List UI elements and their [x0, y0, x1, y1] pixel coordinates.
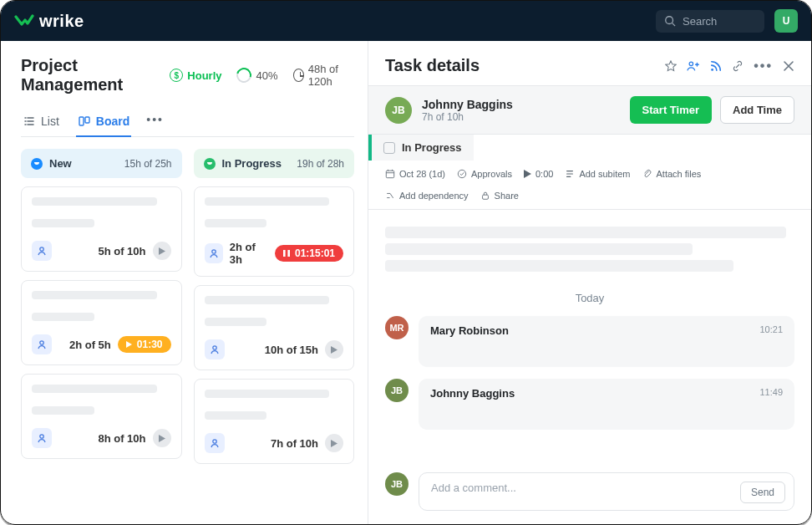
- dollar-icon: $: [170, 69, 183, 82]
- assignee-icon[interactable]: [32, 241, 52, 261]
- task-card[interactable]: 10h of 15h: [194, 285, 355, 370]
- status-chip[interactable]: In Progress: [368, 135, 474, 161]
- people-icon[interactable]: [687, 60, 700, 72]
- commenter-avatar[interactable]: JB: [385, 379, 409, 402]
- list-icon: [23, 115, 36, 128]
- progress-percent[interactable]: 40%: [236, 68, 277, 83]
- svg-rect-12: [287, 250, 290, 257]
- task-details-title: Task details: [385, 56, 480, 75]
- paperclip-icon: [642, 169, 652, 179]
- assignee-icon[interactable]: [32, 334, 52, 354]
- more-icon[interactable]: •••: [754, 59, 773, 74]
- close-icon[interactable]: [783, 60, 794, 72]
- check-circle-icon: [457, 169, 467, 179]
- skeleton-line: [205, 219, 267, 227]
- add-time-button[interactable]: Add Time: [720, 96, 794, 124]
- meta-duration[interactable]: 0:00: [524, 169, 553, 179]
- comment-time: 11:49: [759, 387, 783, 397]
- link-icon[interactable]: [732, 60, 743, 72]
- start-timer-icon[interactable]: [325, 434, 343, 452]
- commenter-name: Mary Robinson: [430, 324, 783, 337]
- svg-rect-2: [79, 117, 84, 125]
- column-header-new[interactable]: New 15h of 25h: [21, 149, 182, 178]
- checkbox-icon[interactable]: [383, 142, 395, 154]
- skeleton-line: [385, 227, 786, 238]
- send-button[interactable]: Send: [740, 482, 785, 503]
- start-timer-button[interactable]: Start Timer: [630, 96, 712, 124]
- rss-icon[interactable]: [710, 60, 722, 72]
- running-timer-pill[interactable]: 01:15:01: [275, 245, 343, 262]
- meta-attach[interactable]: Attach files: [642, 169, 702, 179]
- svg-point-0: [666, 17, 673, 24]
- assignee-hours: 7h of 10h: [422, 111, 513, 123]
- assignee-icon[interactable]: [32, 428, 52, 448]
- task-description[interactable]: [368, 210, 811, 280]
- card-hours: 8h of 10h: [98, 432, 145, 445]
- comment-input[interactable]: Add a comment... Send: [419, 472, 794, 511]
- skeleton-line: [205, 197, 330, 206]
- brand-text: wrike: [39, 12, 84, 31]
- meta-dependency[interactable]: Add dependency: [385, 191, 469, 201]
- rate-badge[interactable]: $Hourly: [170, 69, 221, 82]
- task-card[interactable]: 8h of 10h: [21, 374, 182, 459]
- assignee-avatar[interactable]: JB: [385, 97, 412, 124]
- column-header-in-progress[interactable]: In Progress 19h of 28h: [194, 149, 355, 178]
- meta-share[interactable]: Share: [480, 191, 519, 201]
- meta-date[interactable]: Oct 28 (1d): [385, 169, 445, 179]
- svg-point-13: [212, 346, 216, 349]
- skeleton-line: [32, 406, 94, 415]
- comment-placeholder: Add a comment...: [431, 482, 516, 494]
- skeleton-line: [385, 243, 693, 255]
- brand-logo[interactable]: wrike: [14, 12, 84, 31]
- task-assignee-row: JB Johnny Baggins 7h of 10h Start Timer …: [368, 85, 811, 135]
- svg-rect-11: [283, 250, 286, 257]
- svg-marker-9: [159, 435, 165, 442]
- task-detail-pane: Task details ••• JB Johnny Baggins 7h of…: [368, 41, 811, 524]
- skeleton-line: [32, 313, 94, 321]
- global-search[interactable]: Search: [656, 10, 764, 33]
- top-bar: wrike Search U: [1, 1, 811, 41]
- board-column-new: New 15h of 25h 5h of 10h: [21, 149, 182, 511]
- commenter-avatar[interactable]: MR: [385, 316, 409, 339]
- dependency-icon: [385, 191, 395, 201]
- progress-ring-icon: [234, 65, 255, 86]
- skeleton-line: [205, 390, 330, 398]
- card-hours: 7h of 10h: [271, 437, 318, 450]
- running-timer-pill[interactable]: 01:30: [118, 336, 171, 353]
- tab-board[interactable]: Board: [76, 108, 131, 136]
- assignee-icon[interactable]: [205, 433, 225, 453]
- meta-approvals[interactable]: Approvals: [457, 169, 512, 179]
- svg-rect-3: [85, 117, 89, 123]
- comment-time: 10:21: [759, 324, 783, 334]
- skeleton-line: [32, 197, 157, 206]
- activity-today-label: Today: [368, 292, 811, 304]
- tabs-more[interactable]: •••: [146, 113, 164, 131]
- meta-add-subitem[interactable]: Add subitem: [565, 169, 630, 179]
- calendar-icon: [385, 169, 395, 179]
- assignee-icon[interactable]: [205, 339, 225, 359]
- task-card[interactable]: 2h of 5h 01:30: [21, 280, 182, 365]
- project-title: Project Management: [21, 56, 155, 94]
- assignee-icon[interactable]: [205, 243, 223, 263]
- comment-bubble[interactable]: Johnny Baggins 11:49: [419, 379, 794, 430]
- start-timer-icon[interactable]: [153, 242, 171, 260]
- skeleton-line: [205, 296, 330, 304]
- user-avatar[interactable]: U: [774, 9, 798, 33]
- subitem-icon: [565, 169, 575, 179]
- star-icon[interactable]: [665, 60, 677, 72]
- play-icon: [126, 341, 132, 348]
- search-placeholder: Search: [683, 15, 717, 28]
- start-timer-icon[interactable]: [325, 340, 343, 359]
- task-card[interactable]: 2h of 3h 01:15:01: [194, 186, 355, 277]
- project-hours[interactable]: 48h of 120h: [293, 63, 355, 88]
- tab-list[interactable]: List: [21, 108, 61, 136]
- card-hours: 2h of 5h: [69, 339, 111, 351]
- card-hours: 10h of 15h: [265, 344, 318, 356]
- comment-bubble[interactable]: Mary Robinson 10:21: [419, 316, 794, 367]
- composer-avatar[interactable]: JB: [385, 472, 409, 496]
- column-hours: 19h of 28h: [297, 158, 344, 170]
- svg-marker-14: [331, 346, 337, 354]
- task-card[interactable]: 7h of 10h: [194, 379, 355, 464]
- task-card[interactable]: 5h of 10h: [21, 186, 182, 272]
- start-timer-icon[interactable]: [153, 429, 171, 447]
